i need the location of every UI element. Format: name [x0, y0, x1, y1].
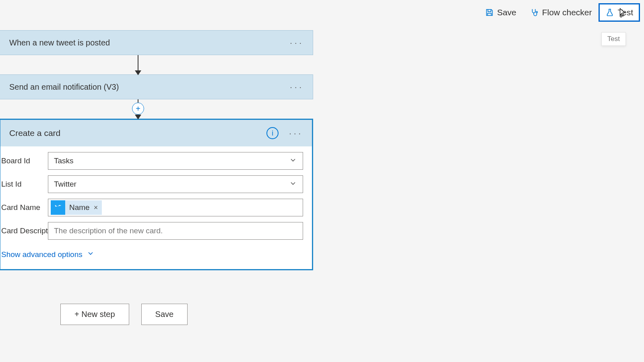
stethoscope-icon — [530, 8, 539, 17]
ellipsis-icon[interactable]: ··· — [286, 129, 303, 138]
desc-input[interactable] — [54, 226, 297, 235]
name-input[interactable]: Name × — [48, 199, 303, 216]
flow-checker-button[interactable]: Flow checker — [523, 3, 599, 22]
chevron-down-icon — [289, 179, 297, 189]
dynamic-token[interactable]: Name × — [51, 200, 102, 215]
action1-card[interactable]: Send an email notification (V3) ··· — [0, 74, 313, 99]
token-label: Name — [69, 203, 90, 212]
connector-add: + — [0, 99, 313, 119]
flask-icon — [605, 8, 614, 17]
chevron-down-icon — [87, 249, 95, 259]
svg-point-1 — [620, 15, 622, 17]
board-label: Board Id — [0, 156, 48, 165]
connector — [0, 55, 313, 74]
name-label: Card Name — [0, 203, 48, 212]
save-label: Save — [497, 8, 516, 17]
add-step-button[interactable]: + — [132, 103, 144, 115]
action1-title: Send an email notification (V3) — [8, 82, 119, 92]
new-step-button[interactable]: + New step — [60, 304, 129, 325]
twitter-icon — [51, 200, 65, 215]
trigger-card[interactable]: When a new tweet is posted ··· — [0, 30, 313, 55]
save-flow-button[interactable]: Save — [141, 304, 188, 325]
ellipsis-icon[interactable]: ··· — [287, 38, 304, 47]
list-label: List Id — [0, 180, 48, 189]
list-value: Twitter — [54, 180, 76, 189]
action2-card: Create a card i ··· Board Id Tasks List … — [0, 119, 313, 270]
cursor-icon — [617, 7, 628, 18]
action2-form: Board Id Tasks List Id Twitter — [0, 146, 312, 269]
board-value: Tasks — [54, 156, 74, 165]
list-select[interactable]: Twitter — [48, 175, 303, 193]
desc-input-wrap — [48, 222, 303, 240]
chevron-down-icon — [289, 156, 297, 166]
advanced-options-toggle[interactable]: Show advanced options — [0, 245, 303, 265]
trigger-title: When a new tweet is posted — [8, 38, 110, 47]
save-button[interactable]: Save — [478, 3, 523, 22]
svg-point-0 — [536, 11, 537, 13]
advanced-options-label: Show advanced options — [1, 250, 83, 259]
board-select[interactable]: Tasks — [48, 152, 303, 170]
flow-canvas: When a new tweet is posted ··· Send an e… — [0, 30, 314, 270]
flow-checker-label: Flow checker — [542, 8, 592, 17]
action2-title: Create a card — [9, 128, 60, 138]
action2-header[interactable]: Create a card i ··· — [0, 120, 312, 146]
top-toolbar: Save Flow checker Test — [478, 3, 640, 22]
test-tooltip: Test — [601, 32, 626, 46]
save-icon — [485, 8, 494, 17]
info-icon[interactable]: i — [266, 127, 279, 139]
ellipsis-icon[interactable]: ··· — [287, 82, 304, 92]
bottom-actions: + New step Save — [60, 304, 188, 325]
remove-token-icon[interactable]: × — [94, 204, 98, 212]
desc-label: Card Description — [0, 226, 48, 235]
